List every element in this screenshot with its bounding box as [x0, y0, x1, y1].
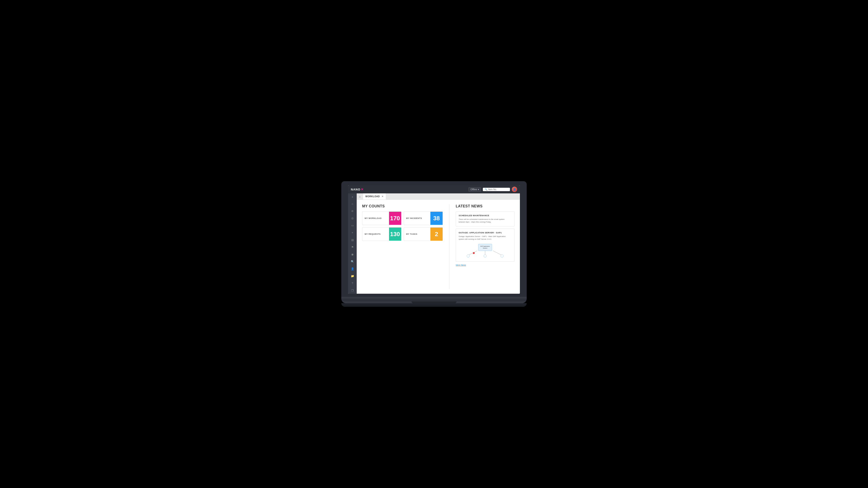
- topbar-right: Offline ▾ 🔍 👤: [468, 187, 517, 192]
- content-area: ⌂ WORKLOAD ✕ MY COUNTS: [357, 193, 520, 294]
- sidebar: » ⌂ ⊘ ◎ ▭ + ▤ ⚑ ◉ 🔍 👤 📁 ? ❐: [348, 193, 357, 294]
- sidebar-item-person[interactable]: 👤: [350, 267, 355, 271]
- status-dropdown[interactable]: Offline ▾: [468, 187, 481, 192]
- sidebar-item-folder[interactable]: 📁: [350, 274, 355, 278]
- screen-bezel: NANO ✕ Offline ▾ 🔍 👤: [341, 181, 527, 297]
- laptop-bottom: [341, 303, 527, 307]
- count-label-incidents: MY INCIDENTS: [404, 212, 431, 225]
- search-input[interactable]: [488, 188, 508, 191]
- news-title-outage: OUTAGE: APPLICATION SERVER - SAP1: [459, 232, 512, 234]
- count-card-incidents[interactable]: MY INCIDENTS 38: [404, 212, 443, 225]
- topbar: NANO ✕ Offline ▾ 🔍 👤: [348, 185, 520, 193]
- sidebar-item-add[interactable]: +: [351, 231, 353, 235]
- my-counts-title: MY COUNTS: [362, 204, 443, 208]
- more-news-link[interactable]: More News: [456, 264, 515, 266]
- count-label-tasks: MY TASKS: [404, 228, 431, 240]
- panel-divider: [449, 204, 450, 289]
- svg-point-8: [484, 255, 487, 257]
- sidebar-item-search[interactable]: 🔍: [350, 260, 355, 264]
- application-system-diagram: SAP Application System: [459, 243, 512, 259]
- dropdown-chevron-icon: ▾: [478, 188, 479, 191]
- news-body-outage: Outage: Application Server – SAP1 - Main…: [459, 235, 512, 240]
- news-body-maintenance: There will be scheduled maintenance to t…: [459, 218, 512, 223]
- avatar[interactable]: 👤: [512, 187, 517, 192]
- sidebar-item-location[interactable]: ◎: [351, 216, 354, 220]
- news-diagram: SAP Application System: [459, 243, 512, 259]
- count-value-workload: 170: [389, 212, 401, 225]
- search-icon: 🔍: [485, 188, 487, 191]
- sidebar-item-tag[interactable]: ⚑: [351, 245, 354, 249]
- tab-workload[interactable]: WORKLOAD ✕: [363, 193, 386, 199]
- sidebar-item-grid[interactable]: ▤: [351, 238, 354, 242]
- sidebar-toggle[interactable]: »: [351, 195, 353, 199]
- count-card-tasks[interactable]: MY TASKS 2: [404, 227, 443, 241]
- tab-close-button[interactable]: ✕: [381, 195, 383, 198]
- count-card-requests[interactable]: MY REQUESTS 130: [362, 227, 401, 241]
- sidebar-item-chat[interactable]: ▭: [351, 223, 354, 228]
- svg-point-7: [467, 255, 469, 257]
- tab-home[interactable]: ⌂: [357, 193, 363, 199]
- laptop-shell: NANO ✕ Offline ▾ 🔍 👤: [341, 181, 527, 307]
- sidebar-item-home[interactable]: ⌂: [351, 202, 353, 206]
- avatar-icon: 👤: [513, 188, 516, 191]
- home-tab-icon: ⌂: [359, 195, 361, 198]
- laptop-screen: NANO ✕ Offline ▾ 🔍 👤: [348, 185, 520, 294]
- count-value-tasks: 2: [430, 228, 442, 240]
- news-card-maintenance: SCHEDULED MAINTENANCE There will be sche…: [456, 212, 515, 226]
- tab-bar: ⌂ WORKLOAD ✕: [357, 193, 520, 200]
- svg-text:System: System: [483, 248, 487, 249]
- page-content: MY COUNTS MY WORKLOAD 170 MY INCIDENTS: [357, 200, 520, 294]
- tab-workload-label: WORKLOAD: [365, 195, 380, 198]
- count-card-workload[interactable]: MY WORKLOAD 170: [362, 212, 401, 225]
- count-label-workload: MY WORKLOAD: [362, 212, 389, 225]
- sidebar-item-link[interactable]: ⊘: [351, 209, 354, 213]
- counts-grid: MY WORKLOAD 170 MY INCIDENTS 38: [362, 212, 443, 241]
- count-label-requests: MY REQUESTS: [362, 228, 389, 240]
- laptop-base: [341, 297, 527, 303]
- logo: NANO ✕: [351, 188, 364, 191]
- svg-line-3: [468, 251, 477, 255]
- count-value-incidents: 38: [430, 212, 442, 225]
- news-card-outage: OUTAGE: APPLICATION SERVER - SAP1 Outage…: [456, 229, 515, 262]
- logo-text: NANO: [351, 188, 360, 191]
- svg-point-9: [501, 255, 503, 257]
- right-panel: LATEST NEWS SCHEDULED MAINTENANCE There …: [456, 204, 515, 289]
- svg-line-5: [493, 251, 502, 255]
- sidebar-item-copy[interactable]: ❐: [351, 289, 354, 293]
- logo-x-icon: ✕: [361, 188, 364, 191]
- status-label: Offline: [470, 188, 477, 191]
- left-panel: MY COUNTS MY WORKLOAD 170 MY INCIDENTS: [362, 204, 443, 289]
- search-bar: 🔍: [483, 188, 510, 191]
- svg-point-6: [473, 252, 475, 254]
- sidebar-item-eye[interactable]: ◉: [351, 252, 354, 256]
- news-title-maintenance: SCHEDULED MAINTENANCE: [459, 215, 512, 217]
- latest-news-title: LATEST NEWS: [456, 204, 515, 208]
- main-layout: » ⌂ ⊘ ◎ ▭ + ▤ ⚑ ◉ 🔍 👤 📁 ? ❐: [348, 193, 520, 294]
- svg-text:SAP Application: SAP Application: [480, 246, 490, 247]
- sidebar-item-help[interactable]: ?: [351, 281, 354, 285]
- count-value-requests: 130: [389, 228, 401, 240]
